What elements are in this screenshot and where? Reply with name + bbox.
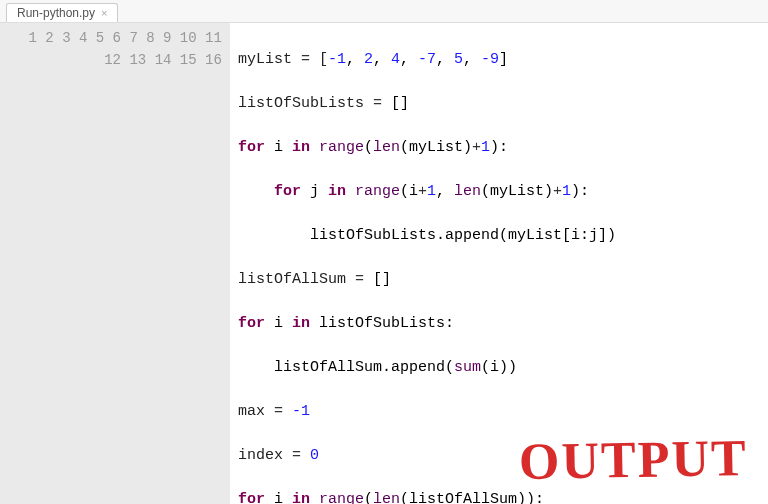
code-line: for j in range(i+1, len(myList)+1): <box>238 181 760 203</box>
line-number: 9 <box>163 30 171 46</box>
line-number: 4 <box>79 30 87 46</box>
line-number: 13 <box>129 52 146 68</box>
code-line: for i in range(len(myList)+1): <box>238 137 760 159</box>
code-line: index = 0 <box>238 445 760 467</box>
code-line: listOfAllSum = [] <box>238 269 760 291</box>
line-number: 5 <box>96 30 104 46</box>
editor-tab-bar: Run-python.py × <box>0 0 768 23</box>
line-number: 16 <box>205 52 222 68</box>
line-number: 1 <box>29 30 37 46</box>
code-line: max = -1 <box>238 401 760 423</box>
line-number: 2 <box>45 30 53 46</box>
code-line: listOfSubLists = [] <box>238 93 760 115</box>
code-line: for i in listOfSubLists: <box>238 313 760 335</box>
line-number: 12 <box>104 52 121 68</box>
close-icon[interactable]: × <box>101 7 107 19</box>
code-line: myList = [-1, 2, 4, -7, 5, -9] <box>238 49 760 71</box>
tab-label: Run-python.py <box>17 6 95 20</box>
code-line: listOfAllSum.append(sum(i)) <box>238 357 760 379</box>
line-number: 8 <box>146 30 154 46</box>
editor-tab[interactable]: Run-python.py × <box>6 3 118 22</box>
line-number: 14 <box>155 52 172 68</box>
code-line: for i in range(len(listOfAllSum)): <box>238 489 760 504</box>
code-line: listOfSubLists.append(myList[i:j]) <box>238 225 760 247</box>
line-number: 7 <box>129 30 137 46</box>
line-gutter: 1 2 3 4 5 6 7 8 9 10 11 12 13 14 15 16 <box>0 23 230 504</box>
line-number: 10 <box>180 30 197 46</box>
code-editor[interactable]: 1 2 3 4 5 6 7 8 9 10 11 12 13 14 15 16 m… <box>0 23 768 504</box>
line-number: 15 <box>180 52 197 68</box>
code-area[interactable]: myList = [-1, 2, 4, -7, 5, -9] listOfSub… <box>230 23 768 504</box>
line-number: 3 <box>62 30 70 46</box>
line-number: 6 <box>113 30 121 46</box>
line-number: 11 <box>205 30 222 46</box>
